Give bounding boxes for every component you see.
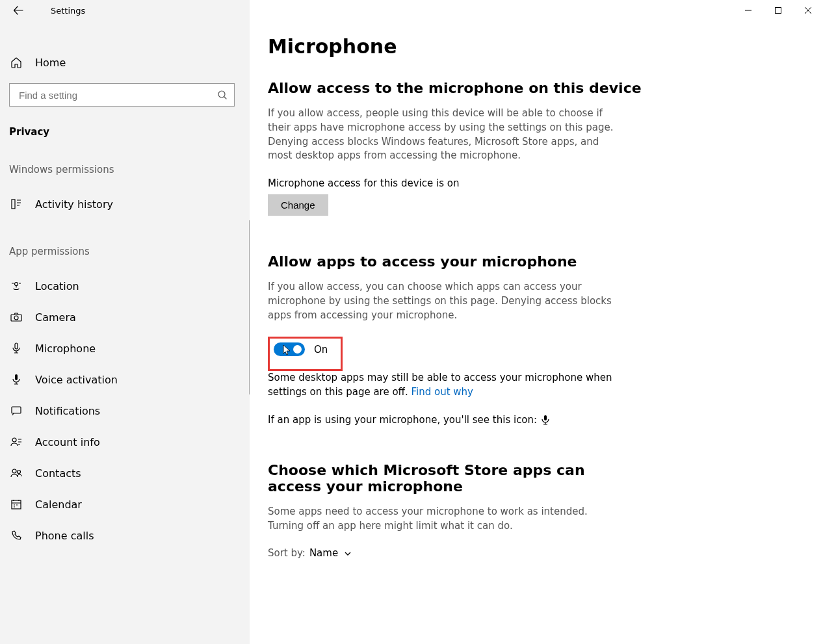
minimize-button[interactable]: [733, 0, 763, 21]
desktop-apps-note: Some desktop apps may still be able to a…: [268, 371, 619, 400]
group-label-windows: Windows permissions: [0, 138, 250, 188]
sidebar-item-label: Contacts: [35, 467, 81, 480]
voice-activation-icon: [9, 373, 23, 386]
svg-point-10: [18, 470, 21, 474]
sidebar-item-calendar[interactable]: Calendar: [0, 489, 250, 520]
phone-calls-icon: [9, 529, 23, 542]
toggle-wrap: On: [270, 339, 333, 360]
section-store-apps: Choose which Microsoft Store apps can ac…: [268, 462, 667, 560]
sort-label: Sort by:: [268, 547, 306, 559]
content: Microphone Allow access to the microphon…: [250, 0, 685, 559]
section-desc: If you allow access, people using this d…: [268, 107, 619, 163]
home-icon: [9, 56, 23, 69]
svg-rect-1: [12, 200, 15, 209]
search-box[interactable]: [9, 83, 235, 107]
sidebar-item-label: Account info: [35, 436, 100, 448]
svg-point-2: [15, 283, 18, 286]
sidebar-item-label: Microphone: [35, 342, 96, 355]
group-label-app: App permissions: [0, 220, 250, 270]
section-heading: Allow apps to access your microphone: [268, 253, 667, 270]
chevron-down-icon: [344, 550, 352, 558]
microphone-icon: [9, 342, 23, 355]
toggle-state-label: On: [314, 344, 328, 355]
section-app-access: Allow apps to access your microphone If …: [268, 253, 667, 426]
calendar-icon: [9, 498, 23, 511]
section-heading: Choose which Microsoft Store apps can ac…: [268, 462, 606, 495]
icon-note-text: If an app is using your microphone, you'…: [268, 414, 537, 426]
sidebar-item-location[interactable]: Location: [0, 270, 250, 302]
sidebar-item-label: Location: [35, 280, 79, 292]
titlebar: Settings: [0, 0, 250, 21]
sidebar-item-home[interactable]: Home: [0, 48, 250, 77]
svg-point-9: [12, 469, 16, 473]
activity-history-icon: [9, 198, 23, 211]
svg-point-0: [218, 91, 225, 97]
toggle-knob: [293, 345, 302, 354]
maximize-button[interactable]: [763, 0, 793, 21]
sidebar-item-voice-activation[interactable]: Voice activation: [0, 364, 250, 395]
sidebar-item-account-info[interactable]: Account info: [0, 426, 250, 457]
maximize-icon: [774, 6, 782, 14]
svg-point-8: [12, 438, 16, 442]
change-button[interactable]: Change: [268, 194, 328, 216]
svg-rect-6: [15, 374, 18, 380]
sidebar-item-contacts[interactable]: Contacts: [0, 457, 250, 489]
notifications-icon: [9, 404, 23, 417]
arrow-left-icon: [13, 5, 23, 16]
sidebar-item-label: Activity history: [35, 198, 113, 211]
camera-icon: [9, 311, 23, 324]
close-icon: [804, 6, 812, 14]
minimize-icon: [744, 6, 752, 14]
sidebar-item-notifications[interactable]: Notifications: [0, 395, 250, 426]
sidebar-item-camera[interactable]: Camera: [0, 302, 250, 333]
sidebar-item-microphone[interactable]: Microphone: [0, 333, 250, 364]
sidebar-item-label: Calendar: [35, 498, 82, 511]
section-title: Privacy: [0, 107, 250, 138]
back-button[interactable]: [7, 0, 30, 21]
sidebar-item-label: Phone calls: [35, 530, 94, 542]
search-icon: [217, 90, 228, 100]
cursor-icon: [283, 344, 292, 356]
sidebar-item-label: Camera: [35, 311, 76, 324]
account-info-icon: [9, 435, 23, 448]
section-desc: Some apps need to access your microphone…: [268, 505, 619, 534]
window-controls: [733, 0, 823, 21]
svg-rect-13: [544, 415, 547, 420]
section-device-access: Allow access to the microphone on this d…: [268, 80, 667, 216]
find-out-why-link[interactable]: Find out why: [411, 386, 473, 398]
icon-indicator-row: If an app is using your microphone, you'…: [268, 414, 667, 426]
close-button[interactable]: [793, 0, 823, 21]
search-wrap: [0, 77, 250, 107]
section-heading: Allow access to the microphone on this d…: [268, 80, 667, 96]
search-input[interactable]: [19, 90, 217, 101]
highlight-box: On: [268, 337, 343, 371]
sort-row: Sort by: Name: [268, 547, 667, 559]
sidebar-item-label: Home: [35, 57, 66, 69]
svg-rect-12: [776, 8, 781, 14]
sort-value: Name: [309, 547, 338, 559]
microphone-indicator-icon: [541, 415, 550, 425]
sidebar-item-phone-calls[interactable]: Phone calls: [0, 520, 250, 551]
device-access-status: Microphone access for this device is on: [268, 177, 667, 189]
page-title: Microphone: [268, 35, 667, 58]
contacts-icon: [9, 467, 23, 480]
main-panel: Microphone Allow access to the microphon…: [250, 0, 823, 644]
sidebar-item-activity-history[interactable]: Activity history: [0, 188, 250, 220]
section-desc: If you allow access, you can choose whic…: [268, 280, 619, 322]
sort-dropdown[interactable]: Name: [309, 547, 352, 559]
sidebar: Settings Home Privacy Windows permission…: [0, 0, 250, 644]
sidebar-item-label: Voice activation: [35, 374, 118, 386]
sidebar-item-label: Notifications: [35, 405, 100, 417]
svg-point-4: [14, 316, 18, 320]
app-title: Settings: [51, 6, 85, 16]
app-access-toggle[interactable]: [274, 342, 305, 356]
location-icon: [9, 279, 23, 292]
svg-rect-7: [12, 407, 21, 413]
svg-rect-5: [15, 343, 18, 349]
